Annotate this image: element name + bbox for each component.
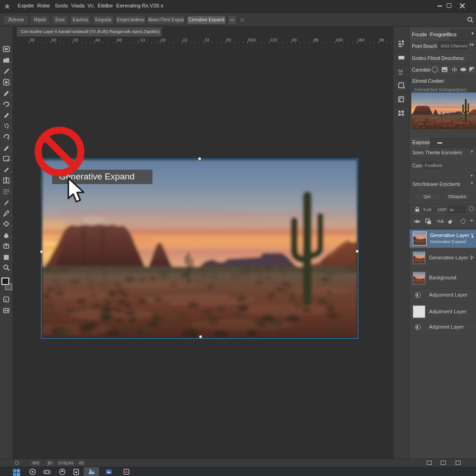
svg-text:tuj: tuj — [399, 72, 402, 75]
svg-text:a: a — [5, 298, 7, 302]
svg-text:3: 3 — [403, 86, 405, 89]
